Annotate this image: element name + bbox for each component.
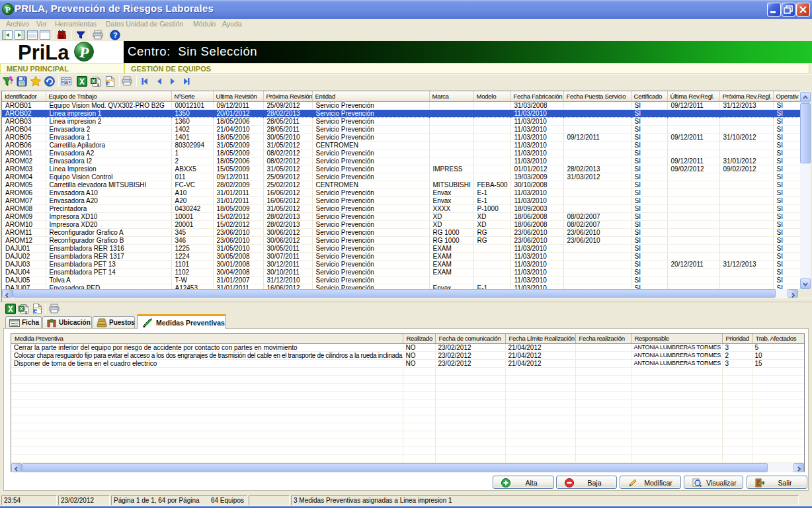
svg-text:e: e — [33, 305, 37, 315]
svg-text:a: a — [25, 310, 28, 314]
svg-text:?: ? — [113, 31, 118, 39]
svg-text:a: a — [97, 82, 100, 87]
svg-text:e: e — [106, 77, 110, 87]
svg-text:P: P — [5, 5, 11, 15]
